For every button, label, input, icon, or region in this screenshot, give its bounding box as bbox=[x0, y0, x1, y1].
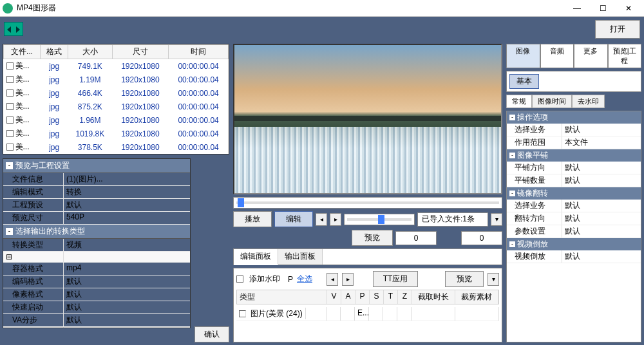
property-row[interactable]: 容器格式mp4 bbox=[3, 263, 190, 275]
edit-button[interactable]: 编辑 bbox=[274, 211, 313, 227]
mid-tabs: 编辑面板 输出面板 bbox=[233, 248, 502, 265]
property-row[interactable]: 平铺数量默认 bbox=[507, 174, 641, 187]
collapse-icon[interactable]: - bbox=[509, 153, 515, 158]
property-row[interactable]: 快速启动默认 bbox=[3, 301, 190, 314]
row-checkbox[interactable] bbox=[6, 103, 14, 110]
property-row[interactable]: 选择业务默认 bbox=[507, 124, 641, 136]
col-header[interactable]: 格式 bbox=[41, 45, 68, 59]
table-row[interactable]: 美...jpg1.19M1920x108000:00:00.04 bbox=[4, 73, 229, 86]
prev-icon[interactable]: ◂ bbox=[316, 213, 327, 226]
col-header[interactable]: 大小 bbox=[68, 45, 113, 59]
property-row[interactable]: 编码格式默认 bbox=[3, 275, 190, 288]
group-preview-settings[interactable]: -预览与工程设置 bbox=[3, 159, 190, 173]
app-icon bbox=[3, 3, 13, 14]
group-header[interactable]: -图像平铺 bbox=[507, 149, 641, 162]
edit-panel: 添加水印 P 全选 ◂ ▸ TT应用 预览 ▾ 类型 V A P S T Z bbox=[233, 268, 502, 342]
value-a[interactable]: 0 bbox=[395, 231, 437, 245]
table-row[interactable]: 美...jpg1019.8K1920x108000:00:00.04 bbox=[4, 127, 229, 140]
subtab-image-time[interactable]: 图像时间 bbox=[532, 95, 572, 108]
confirm-button[interactable]: 确认 bbox=[194, 326, 229, 342]
tab-image[interactable]: 图像 bbox=[506, 44, 540, 68]
file-table[interactable]: 文件...格式大小尺寸时间 美...jpg749.1K1920x108000:0… bbox=[3, 44, 229, 154]
dropdown-icon[interactable]: ▾ bbox=[491, 213, 502, 226]
expand-icon[interactable]: ⊟ bbox=[3, 327, 64, 328]
tab-preview-project[interactable]: 预览|工程 bbox=[608, 44, 642, 68]
open-button[interactable]: 打开 bbox=[595, 20, 640, 39]
collapse-icon[interactable]: - bbox=[6, 162, 13, 169]
tab-output-panel[interactable]: 输出面板 bbox=[278, 249, 323, 265]
value-b[interactable]: 0 bbox=[461, 231, 502, 245]
timeline-slider[interactable] bbox=[233, 197, 502, 209]
group-header[interactable]: -视频倒放 bbox=[507, 238, 641, 250]
property-row[interactable]: 作用范围本文件 bbox=[507, 136, 641, 149]
sub-slider[interactable] bbox=[344, 214, 415, 225]
property-row[interactable]: VA分步默认 bbox=[3, 314, 190, 327]
right-tabs: 图像 音频 更多 预览|工程 bbox=[506, 44, 641, 68]
row-checkbox[interactable] bbox=[6, 130, 14, 137]
tab-audio[interactable]: 音频 bbox=[540, 44, 574, 68]
watermark-label: 添加水印 bbox=[249, 274, 280, 284]
collapse-icon[interactable]: - bbox=[509, 191, 515, 196]
preview2-button[interactable]: 预览 bbox=[445, 271, 484, 287]
preview-button[interactable]: 预览 bbox=[352, 230, 393, 246]
group-header[interactable]: -镜像翻转 bbox=[507, 187, 641, 200]
watermark-checkbox[interactable] bbox=[236, 275, 243, 283]
property-row[interactable]: 编辑模式转换 bbox=[3, 186, 190, 199]
property-row[interactable]: 文件信息(1)(图片)... bbox=[3, 173, 190, 186]
property-row[interactable]: 平铺方向默认 bbox=[507, 162, 641, 174]
row-checkbox[interactable] bbox=[6, 62, 14, 70]
hscrollbar[interactable]: ◂ ▸ bbox=[3, 154, 229, 154]
property-row[interactable]: 预览尺寸540P bbox=[3, 212, 190, 225]
table-row[interactable]: 美...jpg749.1K1920x108000:00:00.04 bbox=[4, 59, 229, 73]
expand-icon[interactable]: ⊟ bbox=[3, 252, 64, 262]
tab-edit-panel[interactable]: 编辑面板 bbox=[234, 249, 278, 265]
collapse-icon[interactable]: - bbox=[509, 115, 515, 120]
row-checkbox[interactable] bbox=[239, 310, 246, 317]
tt-apply-button[interactable]: TT应用 bbox=[373, 271, 418, 287]
basic-button[interactable]: 基本 bbox=[509, 74, 539, 89]
col-header[interactable]: 尺寸 bbox=[112, 45, 169, 59]
tab-more[interactable]: 更多 bbox=[574, 44, 608, 68]
table-row[interactable]: 美...jpg1.96M1920x108000:00:00.04 bbox=[4, 113, 229, 127]
collapse-icon[interactable]: - bbox=[6, 228, 13, 235]
subtab-general[interactable]: 常规 bbox=[506, 95, 532, 108]
col-header[interactable]: 时间 bbox=[169, 45, 229, 59]
maximize-button[interactable]: ☐ bbox=[590, 0, 616, 17]
collapse-icon[interactable]: - bbox=[509, 241, 515, 247]
play-button[interactable]: 播放 bbox=[233, 211, 272, 227]
group-header[interactable]: -操作选项 bbox=[507, 111, 641, 124]
table-row[interactable]: 美...jpg378.5K1920x108000:00:00.04 bbox=[4, 140, 229, 154]
list-header: 类型 V A P S T Z 截取时长 裁剪素材 bbox=[236, 290, 499, 304]
titlebar: MP4图形器 — ☐ ✕ bbox=[0, 0, 644, 17]
col-header[interactable]: 文件... bbox=[4, 45, 41, 59]
next2-icon[interactable]: ▸ bbox=[342, 273, 354, 286]
row-checkbox[interactable] bbox=[6, 89, 14, 97]
dropdown2-icon[interactable]: ▾ bbox=[488, 273, 499, 286]
select-all-link[interactable]: 全选 bbox=[297, 274, 312, 284]
property-row[interactable]: 翻转方向默认 bbox=[507, 212, 641, 225]
property-row[interactable]: 视频倒放默认 bbox=[507, 250, 641, 263]
property-row[interactable]: 转换类型视频 bbox=[3, 239, 190, 252]
next-icon[interactable]: ▸ bbox=[330, 213, 341, 226]
property-row[interactable]: 参数设置默认 bbox=[507, 225, 641, 238]
list-item[interactable]: 图片(美景 (24)) E... bbox=[236, 307, 499, 321]
close-button[interactable]: ✕ bbox=[616, 0, 641, 17]
property-row[interactable]: 选择业务默认 bbox=[507, 200, 641, 212]
p-label: P bbox=[288, 275, 293, 284]
row-checkbox[interactable] bbox=[6, 76, 14, 83]
table-row[interactable]: 美...jpg875.2K1920x108000:00:00.04 bbox=[4, 100, 229, 113]
row-checkbox[interactable] bbox=[6, 144, 14, 151]
subtab-dewatermark[interactable]: 去水印 bbox=[572, 95, 605, 108]
property-row[interactable]: 工程预设默认 bbox=[3, 199, 190, 212]
property-row[interactable]: 像素格式默认 bbox=[3, 288, 190, 301]
row-checkbox[interactable] bbox=[6, 117, 14, 124]
table-row[interactable]: 美...jpg466.4K1920x108000:00:00.04 bbox=[4, 86, 229, 100]
preview-image bbox=[233, 44, 502, 194]
settings-panel: -预览与工程设置 文件信息(1)(图片)...编辑模式转换工程预设默认预览尺寸5… bbox=[3, 158, 191, 328]
prev2-icon[interactable]: ◂ bbox=[327, 273, 338, 286]
imported-status: 已导入文件:1条 bbox=[417, 212, 488, 227]
logo-icon bbox=[4, 22, 23, 36]
toolbar: 打开 bbox=[0, 17, 644, 41]
group-convert-type[interactable]: -选择输出的转换类型 bbox=[3, 225, 190, 239]
minimize-button[interactable]: — bbox=[564, 0, 590, 17]
